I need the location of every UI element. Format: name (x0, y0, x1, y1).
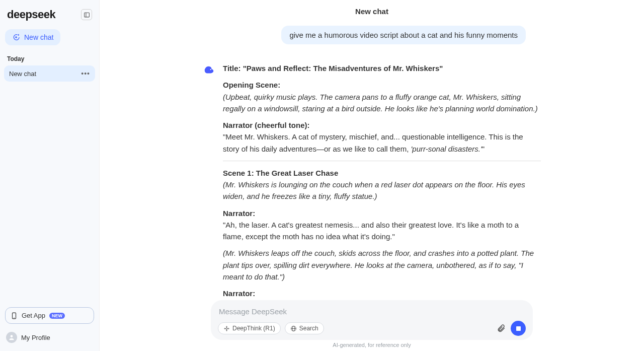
main-area: New chat give me a humorous video script… (100, 0, 644, 351)
new-chat-button[interactable]: New chat (5, 29, 60, 45)
svg-rect-0 (84, 13, 89, 17)
search-label: Search (299, 325, 318, 332)
collapse-sidebar-button[interactable] (81, 9, 92, 20)
message-input[interactable] (218, 305, 526, 321)
stop-button[interactable] (511, 321, 526, 336)
narrator-1-label: Narrator (cheerful tone): (223, 121, 310, 129)
new-chat-icon (12, 33, 20, 41)
narrator-3-label: Narrator: (223, 289, 255, 298)
deepthink-icon (223, 325, 230, 332)
scene-1-action: (Mr. Whiskers leaps off the couch, skids… (223, 249, 534, 281)
chat-item[interactable]: New chat ••• (4, 65, 95, 82)
scene-1-label: Scene 1: The Great Laser Chase (223, 169, 338, 177)
phone-icon (11, 312, 18, 319)
deepseek-icon (204, 64, 215, 76)
opening-scene-desc: (Upbeat, quirky music plays. The camera … (223, 93, 538, 113)
composer-chips: DeepThink (R1) Search (218, 322, 324, 334)
panel-collapse-icon (84, 12, 90, 18)
section-today-label: Today (0, 52, 99, 65)
narrator-2-text: "Ah, the laser. A cat's greatest nemesis… (223, 221, 519, 241)
avatar (6, 332, 17, 343)
svg-point-10 (226, 330, 227, 331)
composer-actions (497, 321, 526, 336)
paperclip-icon (497, 324, 506, 333)
user-icon (8, 334, 15, 341)
assistant-avatar (203, 63, 216, 77)
user-message: give me a humorous video script about a … (281, 26, 526, 44)
narrator-1-text-b: 'purr-sonal disasters.' (411, 145, 482, 153)
user-message-row: give me a humorous video script about a … (203, 26, 526, 44)
narrator-2-label: Narrator: (223, 209, 255, 218)
globe-icon (290, 325, 297, 332)
sidebar-header: deepseek (0, 0, 99, 29)
chat-content: give me a humorous video script about a … (203, 26, 541, 304)
svg-point-7 (210, 69, 211, 70)
sidebar-bottom: Get App NEW My Profile (0, 302, 99, 351)
composer: DeepThink (R1) Search (211, 300, 533, 340)
disclaimer: AI-generated, for reference only (333, 340, 411, 349)
composer-row: DeepThink (R1) Search (218, 321, 526, 336)
chat-list: New chat ••• (0, 65, 99, 82)
divider (223, 161, 541, 161)
assistant-message-row: Title: "Paws and Reflect: The Misadventu… (203, 62, 541, 304)
deepthink-chip[interactable]: DeepThink (R1) (218, 322, 281, 334)
script-title: Title: "Paws and Reflect: The Misadventu… (223, 64, 443, 73)
svg-point-9 (226, 326, 227, 327)
page-title: New chat (100, 0, 644, 21)
chat-item-label: New chat (9, 70, 36, 78)
get-app-button[interactable]: Get App NEW (5, 307, 94, 324)
profile-label: My Profile (21, 334, 50, 341)
composer-wrap: DeepThink (R1) Search AI-gene (100, 300, 644, 351)
opening-scene-label: Opening Scene: (223, 81, 280, 89)
chat-item-more-icon[interactable]: ••• (81, 69, 90, 78)
assistant-message: Title: "Paws and Reflect: The Misadventu… (223, 62, 541, 304)
svg-point-11 (224, 328, 225, 329)
new-badge: NEW (49, 313, 65, 319)
svg-point-12 (228, 328, 229, 329)
sidebar: deepseek New chat Today New chat ••• Get… (0, 0, 100, 351)
svg-point-6 (11, 335, 13, 337)
stop-icon (516, 326, 521, 331)
deepthink-label: DeepThink (R1) (232, 325, 275, 332)
svg-point-8 (226, 327, 227, 329)
profile-button[interactable]: My Profile (5, 329, 94, 346)
get-app-label: Get App (22, 312, 45, 319)
narrator-1-text-c: " (482, 145, 485, 153)
search-chip[interactable]: Search (285, 322, 324, 334)
attach-button[interactable] (497, 324, 506, 333)
new-chat-label: New chat (24, 33, 53, 41)
scene-1-desc: (Mr. Whiskers is lounging on the couch w… (223, 180, 525, 200)
app-logo: deepseek (7, 8, 55, 21)
